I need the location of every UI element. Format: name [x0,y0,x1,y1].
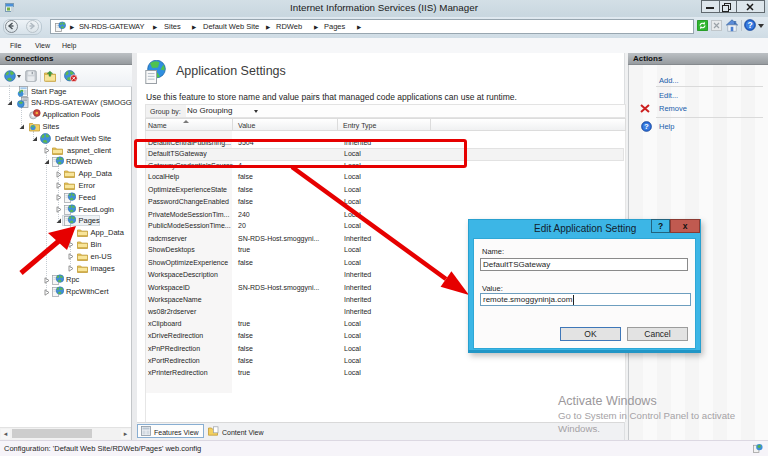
svg-text:?: ? [644,122,649,131]
svg-text:?: ? [747,20,752,30]
